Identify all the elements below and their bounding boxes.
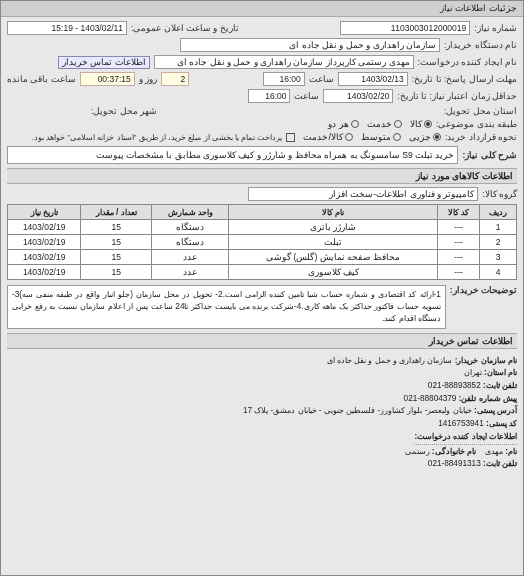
table-cell: 15 [81, 235, 152, 250]
table-cell: کیف کلاسوری [229, 265, 438, 280]
deadline-time-field: 16:00 [263, 72, 305, 86]
table-cell: 4 [480, 265, 517, 280]
requester-field: مهدی رستمی کارپرداز سازمان راهداری و حمل… [154, 55, 414, 69]
deadline-label: مهلت ارسال پاسخ: تا تاریخ: [412, 74, 517, 84]
c-address: خیابان ولیعصر- بلوار کشاورز- فلسطین جنوب… [243, 406, 472, 415]
c-family-label: نام خانوادگی: [432, 447, 476, 456]
pkg-opt2-label: خدمت [367, 119, 392, 129]
c-postcode-label: کد پستی: [486, 419, 517, 428]
validity-date-field: 1403/02/20 [323, 89, 393, 103]
need-number-field: 1103003012000019 [340, 21, 470, 35]
packaging-label: طبقه بندی موضوعی: [436, 119, 517, 129]
remain-suffix: ساعت باقی مانده [7, 74, 76, 84]
desc-field: خرید تبلت S9 سامسونگ به همراه محافظ و شا… [7, 146, 458, 164]
table-cell: 2 [480, 235, 517, 250]
treasury-checkbox[interactable] [286, 133, 295, 142]
deliver-province-label: استان محل تحویل: [444, 106, 517, 116]
pt-mid-label: متوسط [361, 132, 391, 142]
desc-label: شرح کلی نیاز: [462, 150, 517, 160]
notes-label: توضیحات خریدار: [450, 283, 517, 295]
goods-table: ردیف کد کالا نام کالا واحد شمارش تعداد /… [7, 204, 517, 280]
content-area: شماره نیاز: 1103003012000019 تاریخ و ساع… [1, 17, 523, 575]
table-cell: 1403/02/19 [8, 220, 81, 235]
c-fax-label: پیش شماره تلفن: [459, 394, 517, 403]
table-cell: 15 [81, 220, 152, 235]
th-date: تاریخ نیاز [8, 205, 81, 220]
pt-radio-high[interactable]: کالا/خدمت [303, 132, 353, 142]
notes-box: 1-ارائه کد اقتصادی و شماره حساب شبا تامی… [7, 285, 446, 329]
table-cell: 15 [81, 265, 152, 280]
announce-label: تاریخ و ساعت اعلان عمومی: [131, 23, 239, 33]
pkg-radio-goods[interactable]: کالا [410, 119, 432, 129]
c-name-label: نام: [505, 447, 517, 456]
contact-block: نام سازمان خریدار: سازمان راهداری و حمل … [7, 355, 517, 471]
table-cell: دستگاه [152, 220, 229, 235]
pay-note: پرداخت تمام یا بخشی از مبلغ خرید، از طری… [32, 133, 283, 142]
c-org: سازمان راهداری و حمل و نقل جاده ای [327, 356, 453, 365]
window-title: جزئیات اطلاعات نیاز [1, 1, 523, 17]
table-header-row: ردیف کد کالا نام کالا واحد شمارش تعداد /… [8, 205, 517, 220]
buyer-org-field: سازمان راهداری و حمل و نقل جاده ای [180, 38, 440, 52]
c-requester-section: اطلاعات ایجاد کننده درخواست: [414, 431, 517, 445]
th-unit: واحد شمارش [152, 205, 229, 220]
remain-days-label: روز و [139, 74, 157, 84]
c-org-label: نام سازمان خریدار: [455, 356, 517, 365]
table-cell: --- [438, 235, 480, 250]
table-row: 4---کیف کلاسوریعدد151403/02/19 [8, 265, 517, 280]
buyer-org-label: نام دستگاه خریدار: [444, 40, 517, 50]
th-name: نام کالا [229, 205, 438, 220]
table-cell: عدد [152, 250, 229, 265]
pkg-radio-both[interactable]: هر دو [328, 119, 359, 129]
table-cell: محافظ صفحه نمایش (گلس) گوشی [229, 250, 438, 265]
pkg-opt1-label: کالا [410, 119, 422, 129]
remain-time-field: 00:37:15 [80, 72, 135, 86]
table-cell: 15 [81, 250, 152, 265]
c-req-phone: 88491313-021 [428, 459, 481, 468]
table-cell: --- [438, 250, 480, 265]
window: جزئیات اطلاعات نیاز شماره نیاز: 11030030… [0, 0, 524, 576]
group-label: گروه کالا: [482, 189, 517, 199]
deliver-city-label: شهر محل تحویل: [91, 106, 157, 116]
c-req-phone-label: تلفن ثابت: [483, 459, 517, 468]
table-cell: تبلت [229, 235, 438, 250]
validity-label: حداقل زمان اعتبار نیاز: تا تاریخ: [397, 91, 517, 101]
table-row: 1---شارژر باتریدستگاه151403/02/19 [8, 220, 517, 235]
deadline-date-field: 1403/02/13 [338, 72, 408, 86]
table-cell: 1403/02/19 [8, 235, 81, 250]
pt-radio-mid[interactable]: متوسط [361, 132, 401, 142]
pt-high-label: کالا/خدمت [303, 132, 343, 142]
contact-info-button[interactable]: اطلاعات تماس خریدار [58, 56, 150, 69]
c-province-label: نام استان: [484, 368, 517, 377]
table-cell: شارژر باتری [229, 220, 438, 235]
remain-days-field: 2 [161, 72, 189, 86]
table-cell: 3 [480, 250, 517, 265]
table-row: 2---تبلتدستگاه151403/02/19 [8, 235, 517, 250]
contact-section-title: اطلاعات تماس خریدار [7, 333, 517, 349]
c-province: تهران [464, 368, 482, 377]
goods-section-title: اطلاعات کالاهای مورد نیاز [7, 168, 517, 184]
c-fax: 88804379-021 [404, 394, 457, 403]
requester-label: نام ایجاد کننده درخواست: [418, 57, 517, 67]
pkg-opt3-label: هر دو [328, 119, 349, 129]
table-cell: دستگاه [152, 235, 229, 250]
validity-time-field: 16:00 [248, 89, 290, 103]
need-number-label: شماره نیاز: [474, 23, 517, 33]
th-qty: تعداد / مقدار [81, 205, 152, 220]
pt-radio-low[interactable]: جزیی [409, 132, 441, 142]
table-cell: 1 [480, 220, 517, 235]
c-name: مهدی [485, 447, 503, 456]
table-cell: 1403/02/19 [8, 250, 81, 265]
c-family: رستمی [405, 447, 430, 456]
validity-time-label: ساعت [294, 91, 319, 101]
pkg-radio-service[interactable]: خدمت [367, 119, 402, 129]
table-body: 1---شارژر باتریدستگاه151403/02/192---تبل… [8, 220, 517, 280]
table-cell: --- [438, 220, 480, 235]
table-cell: --- [438, 265, 480, 280]
c-phone-label: تلفن ثابت: [483, 381, 517, 390]
deadline-time-label: ساعت [309, 74, 334, 84]
c-address-label: آدرس پستی: [474, 406, 517, 415]
c-phone: 88893852-021 [428, 381, 481, 390]
th-code: کد کالا [438, 205, 480, 220]
table-cell: عدد [152, 265, 229, 280]
th-row: ردیف [480, 205, 517, 220]
